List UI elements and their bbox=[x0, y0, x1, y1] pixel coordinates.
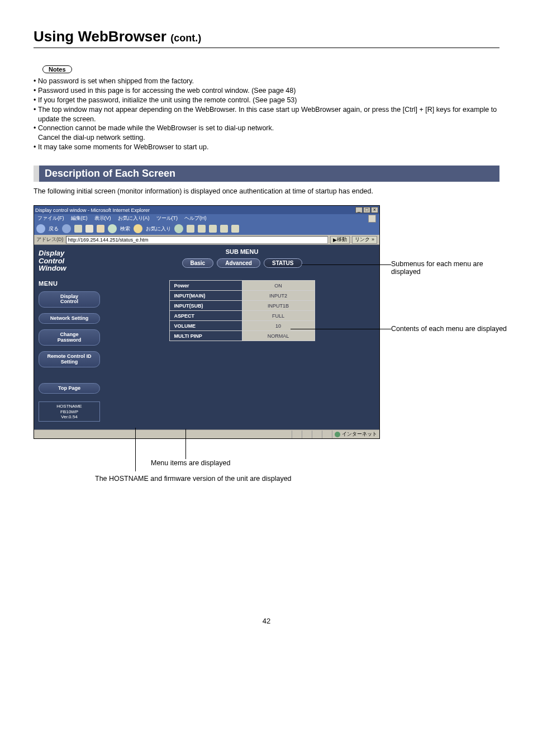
window-minimize-button[interactable]: _ bbox=[355, 207, 363, 213]
statusbar-cell bbox=[302, 431, 312, 438]
menu-help[interactable]: ヘルプ(H) bbox=[184, 215, 207, 222]
table-row: INPUT(MAIN) INPUT2 bbox=[169, 291, 315, 301]
leader-line bbox=[185, 429, 186, 459]
table-row: ASPECT FULL bbox=[169, 311, 315, 321]
page-title: Using WebBrowser (cont.) bbox=[34, 28, 499, 45]
notes-badge: Notes bbox=[42, 65, 72, 73]
table-row: INPUT(SUB) INPUT1B bbox=[169, 301, 315, 311]
statusbar-zone-text: インターネット bbox=[342, 431, 377, 438]
address-label: アドレス(D) bbox=[36, 236, 64, 243]
callout-submenus: Submenus for each menu are displayed bbox=[391, 260, 508, 276]
row-input-sub-label: INPUT(SUB) bbox=[169, 301, 242, 311]
window-titlebar: Display control window - Microsoft Inter… bbox=[34, 206, 379, 214]
notes-list: •No password is set when shipped from th… bbox=[34, 77, 499, 152]
sidebar-item-remote-control-id[interactable]: Remote Control ID Setting bbox=[39, 351, 100, 367]
mail-icon[interactable] bbox=[187, 225, 194, 233]
browser-window: Display control window - Microsoft Inter… bbox=[34, 205, 380, 439]
note-5: Connection cannot be made while the WebB… bbox=[38, 124, 274, 133]
sidebar-item-top-page[interactable]: Top Page bbox=[39, 383, 100, 394]
tab-advanced[interactable]: Advanced bbox=[217, 258, 260, 268]
window-title-text: Display control window - Microsoft Inter… bbox=[35, 207, 150, 213]
home-icon[interactable] bbox=[97, 225, 104, 233]
browser-menubar: ファイル(F) 編集(E) 表示(V) お気に入り(A) ツール(T) ヘルプ(… bbox=[34, 214, 379, 223]
section-heading: Description of Each Screen bbox=[34, 166, 499, 182]
menu-favorites[interactable]: お気に入り(A) bbox=[118, 215, 150, 222]
sidebar-item-change-password[interactable]: Change Password bbox=[39, 329, 100, 346]
search-icon[interactable] bbox=[108, 224, 117, 233]
row-aspect-label: ASPECT bbox=[169, 311, 242, 321]
row-multi-pinp-value: NORMAL bbox=[242, 331, 315, 341]
note-4: The top window may not appear depending … bbox=[38, 105, 499, 124]
history-icon[interactable] bbox=[174, 224, 183, 233]
address-bar: アドレス(D) http://169.254.144.251/status_e.… bbox=[34, 235, 379, 245]
table-row: Power ON bbox=[169, 281, 315, 291]
leader-line bbox=[302, 264, 391, 265]
app-logo: Display Control Window bbox=[39, 249, 100, 272]
back-label[interactable]: 戻る bbox=[49, 225, 59, 233]
sidebar-item-network-setting[interactable]: Network Setting bbox=[39, 313, 100, 324]
row-input-main-label: INPUT(MAIN) bbox=[169, 291, 242, 301]
globe-icon bbox=[335, 432, 340, 437]
discuss-icon[interactable] bbox=[220, 225, 228, 233]
ie-logo-icon bbox=[368, 215, 376, 223]
firmware-version: Ver.0.54 bbox=[40, 414, 98, 419]
page-title-cont: (cont.) bbox=[170, 32, 201, 44]
sidebar-item-display-control[interactable]: Display Control bbox=[39, 291, 100, 308]
menu-file[interactable]: ファイル(F) bbox=[37, 215, 64, 222]
row-power-label: Power bbox=[169, 281, 242, 291]
section-intro: The following initial screen (monitor in… bbox=[34, 187, 499, 195]
leader-line bbox=[135, 428, 136, 471]
statusbar-cell bbox=[322, 431, 332, 438]
submenu-title: SUB MENU bbox=[110, 248, 374, 255]
window-maximize-button[interactable]: □ bbox=[363, 207, 370, 213]
browser-toolbar: 戻る 検索 お気に入り bbox=[34, 223, 379, 235]
callout-menu-items: Menu items are displayed bbox=[151, 459, 499, 467]
favorites-icon[interactable] bbox=[134, 224, 142, 233]
leader-line bbox=[291, 329, 391, 329]
messenger-icon[interactable] bbox=[231, 225, 239, 233]
forward-icon[interactable] bbox=[62, 224, 71, 233]
note-5-sub: Cancel the dial-up network setting. bbox=[34, 133, 499, 143]
tab-status[interactable]: STATUS bbox=[264, 258, 302, 268]
note-2: Password used in this page is for access… bbox=[38, 86, 296, 96]
menu-view[interactable]: 表示(V) bbox=[94, 215, 111, 222]
stop-icon[interactable] bbox=[74, 225, 82, 233]
row-input-main-value: INPUT2 bbox=[242, 291, 315, 301]
edit-icon[interactable] bbox=[209, 225, 217, 233]
refresh-icon[interactable] bbox=[85, 225, 93, 233]
sidebar: Display Control Window MENU Display Cont… bbox=[34, 245, 104, 429]
links-button[interactable]: リンク » bbox=[352, 236, 377, 244]
statusbar-zone: インターネット bbox=[332, 431, 377, 438]
hostname-box: HOSTNAME FB10WP Ver.0.54 bbox=[39, 401, 100, 422]
back-icon[interactable] bbox=[36, 224, 45, 233]
row-input-sub-value: INPUT1B bbox=[242, 301, 315, 311]
browser-statusbar: インターネット bbox=[34, 429, 379, 438]
page-title-main: Using WebBrowser bbox=[34, 28, 166, 45]
callout-contents: Contents of each menu are displayed bbox=[391, 325, 508, 333]
address-url: http://169.254.144.251/status_e.htm bbox=[68, 237, 149, 243]
row-multi-pinp-label: MULTI PINP bbox=[169, 331, 242, 341]
address-input[interactable]: http://169.254.144.251/status_e.htm bbox=[66, 236, 329, 244]
logo-line-3: Window bbox=[39, 264, 100, 272]
status-table: Power ON INPUT(MAIN) INPUT2 INPUT(SUB) I… bbox=[169, 280, 315, 341]
statusbar-cell bbox=[312, 431, 322, 438]
logo-line-2: Control bbox=[39, 257, 100, 265]
logo-line-1: Display bbox=[39, 249, 100, 257]
hostname-value: FB10WP bbox=[40, 409, 98, 414]
search-label[interactable]: 検索 bbox=[120, 225, 130, 233]
table-row: MULTI PINP NORMAL bbox=[169, 331, 315, 341]
menu-tools[interactable]: ツール(T) bbox=[156, 215, 178, 222]
figure-area: Display control window - Microsoft Inter… bbox=[34, 205, 499, 439]
note-1: No password is set when shipped from the… bbox=[38, 77, 194, 86]
row-power-value: ON bbox=[242, 281, 315, 291]
favorites-label[interactable]: お気に入り bbox=[146, 225, 171, 233]
statusbar-cell bbox=[292, 431, 302, 438]
menu-edit[interactable]: 編集(E) bbox=[71, 215, 88, 222]
window-close-button[interactable]: × bbox=[371, 207, 378, 213]
print-icon[interactable] bbox=[198, 225, 206, 233]
go-button[interactable]: ▶ 移動 bbox=[330, 236, 350, 244]
app-body: Display Control Window MENU Display Cont… bbox=[34, 245, 379, 429]
tab-basic[interactable]: Basic bbox=[182, 258, 214, 268]
row-aspect-value: FULL bbox=[242, 311, 315, 321]
tabs: Basic Advanced STATUS bbox=[110, 258, 374, 268]
